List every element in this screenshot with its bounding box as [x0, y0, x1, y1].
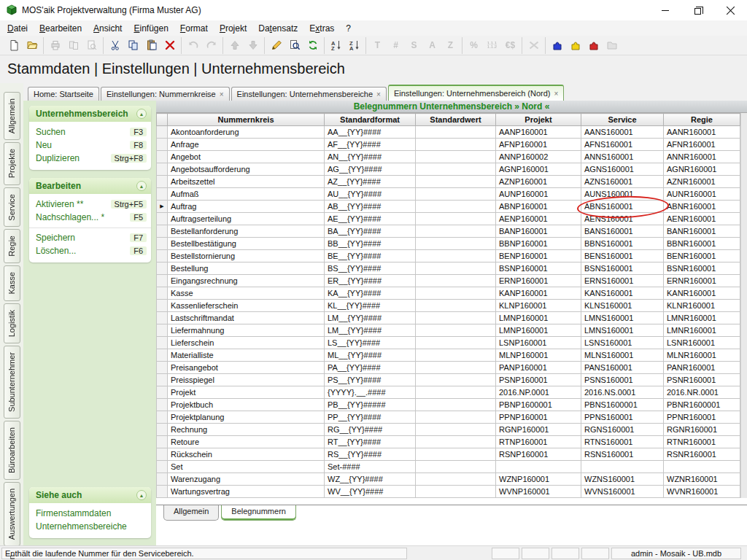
- cell-standardformat[interactable]: BE__{YY}####: [325, 250, 416, 262]
- cell-regie[interactable]: BANR160001: [664, 225, 740, 238]
- column-header[interactable]: Standardwert: [416, 114, 496, 126]
- row-selector[interactable]: [157, 225, 168, 238]
- cell-regie[interactable]: LMNR160001: [664, 312, 740, 324]
- cell-service[interactable]: BANS160001: [581, 225, 664, 238]
- menu-item[interactable]: Ansicht: [88, 22, 128, 35]
- module-tab[interactable]: Projekte: [4, 142, 20, 184]
- cell-regie[interactable]: PANR160001: [664, 362, 740, 374]
- sidebar-action[interactable]: Löschen... F6: [29, 244, 151, 257]
- cell-nummernkreis[interactable]: Lieferschein: [168, 337, 325, 349]
- table-row[interactable]: Bestellstornierung BE__{YY}#### BENP1600…: [157, 250, 740, 262]
- cell-nummernkreis[interactable]: Rechnung: [168, 424, 325, 436]
- cell-standardwert[interactable]: [416, 349, 496, 362]
- cell-regie[interactable]: AUNR160001: [664, 188, 740, 201]
- menu-item[interactable]: Datensatz: [252, 22, 303, 35]
- cell-service[interactable]: PSNS160001: [581, 374, 664, 386]
- cell-service[interactable]: AANS160001: [581, 126, 664, 139]
- cell-nummernkreis[interactable]: Lastschriftmandat: [168, 312, 325, 324]
- cell-projekt[interactable]: AENP160001: [496, 213, 581, 225]
- cell-nummernkreis[interactable]: Akontoanforderung: [168, 126, 325, 139]
- cell-projekt[interactable]: RTNP160001: [496, 436, 581, 448]
- table-row[interactable]: Projektplanung PP__{YY}#### PPNP160001 P…: [157, 411, 740, 424]
- cell-standardwert[interactable]: [416, 176, 496, 188]
- cell-standardwert[interactable]: [416, 213, 496, 225]
- cell-regie[interactable]: ERNR160001: [664, 275, 740, 287]
- cell-service[interactable]: PANS160001: [581, 362, 664, 374]
- module-tab[interactable]: Kasse: [4, 265, 20, 301]
- table-row[interactable]: Lieferschein LS__{YY}#### LSNP160001 LSN…: [157, 337, 740, 349]
- cell-standardformat[interactable]: LM__{YY}####: [325, 324, 416, 337]
- module-tab[interactable]: Service: [4, 187, 20, 228]
- cell-standardformat[interactable]: KA__{YY}####: [325, 287, 416, 300]
- cell-nummernkreis[interactable]: Anfrage: [168, 139, 325, 151]
- print-preview-button[interactable]: [82, 37, 101, 54]
- cell-projekt[interactable]: PBNP1600001: [496, 399, 581, 411]
- collapse-panel-icon[interactable]: ▲: [136, 181, 147, 191]
- cell-standardwert[interactable]: [416, 163, 496, 176]
- table-row[interactable]: Bestellanforderung BA__{YY}#### BANP1600…: [157, 225, 740, 238]
- cell-projekt[interactable]: WZNP160001: [496, 473, 581, 486]
- cell-standardwert[interactable]: [416, 461, 496, 473]
- document-tab[interactable]: Einstellungen: Unternehmensbereiche ×: [231, 87, 387, 101]
- new-button[interactable]: [4, 37, 23, 54]
- cell-standardformat[interactable]: AE__{YY}####: [325, 213, 416, 225]
- cell-regie[interactable]: AGNR160001: [664, 163, 740, 176]
- sort-ascending-button[interactable]: AZ: [327, 37, 345, 54]
- move-down-button[interactable]: [244, 37, 262, 54]
- row-selector[interactable]: [157, 411, 168, 424]
- cell-standardformat[interactable]: RG__{YY}####: [325, 424, 416, 436]
- cell-regie[interactable]: LMNR160001: [664, 324, 740, 337]
- document-tab[interactable]: Einstellungen: Nummernkreise ×: [101, 87, 230, 101]
- cell-regie[interactable]: PPNR160001: [664, 411, 740, 424]
- cell-standardwert[interactable]: [416, 312, 496, 324]
- cell-standardformat[interactable]: BS__{YY}####: [325, 262, 416, 275]
- cell-nummernkreis[interactable]: Bestellung: [168, 262, 325, 275]
- table-row[interactable]: Kasse KA__{YY}#### KANP160001 KANS160001…: [157, 287, 740, 300]
- format-s-button[interactable]: S: [405, 37, 423, 54]
- cell-standardwert[interactable]: [416, 126, 496, 139]
- cell-projekt[interactable]: BENP160001: [496, 250, 581, 262]
- cell-projekt[interactable]: LMNP160001: [496, 324, 581, 337]
- cell-standardformat[interactable]: AZ__{YY}####: [325, 176, 416, 188]
- table-row[interactable]: Retoure RT__{YY}#### RTNP160001 RTNS1600…: [157, 436, 740, 448]
- cell-nummernkreis[interactable]: Angebot: [168, 151, 325, 163]
- cell-regie[interactable]: 2016.NR.0001: [664, 386, 740, 399]
- cell-projekt[interactable]: KANP160001: [496, 287, 581, 300]
- table-row[interactable]: Bestellbestätigung BB__{YY}#### BBNP1600…: [157, 238, 740, 250]
- cell-standardwert[interactable]: [416, 399, 496, 411]
- row-selector[interactable]: [157, 461, 168, 473]
- cell-standardwert[interactable]: [416, 362, 496, 374]
- column-header[interactable]: Service: [581, 114, 664, 126]
- cell-projekt[interactable]: ANNP160002: [496, 151, 581, 163]
- cell-service[interactable]: BBNS160001: [581, 238, 664, 250]
- row-selector[interactable]: [157, 399, 168, 411]
- cell-service[interactable]: AENS160001: [581, 213, 664, 225]
- cell-standardformat[interactable]: WV__{YY}####: [325, 486, 416, 498]
- cell-projekt[interactable]: RSNP160001: [496, 448, 581, 461]
- panel-header[interactable]: Bearbeiten ▲: [29, 178, 151, 194]
- sidebar-action[interactable]: Neu F8: [29, 139, 151, 152]
- cell-standardwert[interactable]: [416, 300, 496, 312]
- cell-service[interactable]: ERNS160001: [581, 275, 664, 287]
- cell-projekt[interactable]: [496, 461, 581, 473]
- cell-projekt[interactable]: PANP160001: [496, 362, 581, 374]
- cell-service[interactable]: 2016.NS.0001: [581, 386, 664, 399]
- cell-service[interactable]: AFNS160001: [581, 139, 664, 151]
- sidebar-action[interactable]: Suchen F3: [29, 125, 151, 139]
- table-row[interactable]: ▶ Auftrag AB__{YY}#### ABNP160001 ABNS16…: [157, 201, 740, 213]
- cell-projekt[interactable]: RGNP160001: [496, 424, 581, 436]
- sidebar-link[interactable]: Unternehmensbereiche: [29, 520, 151, 533]
- cell-nummernkreis[interactable]: Wartungsvertrag: [168, 486, 325, 498]
- cell-regie[interactable]: BENR160001: [664, 250, 740, 262]
- close-tab-icon[interactable]: ×: [220, 90, 224, 98]
- row-selector[interactable]: [157, 300, 168, 312]
- document-tab[interactable]: Einstellungen: Unternehmensbereich (Nord…: [388, 85, 564, 101]
- cell-projekt[interactable]: ABNP160001: [496, 201, 581, 213]
- cell-regie[interactable]: ABNR160001: [664, 201, 740, 213]
- table-row[interactable]: Lastschriftmandat LM__{YY}#### LMNP16000…: [157, 312, 740, 324]
- cell-service[interactable]: [581, 461, 664, 473]
- table-row[interactable]: Auftragserteilung AE__{YY}#### AENP16000…: [157, 213, 740, 225]
- minimize-button[interactable]: [649, 0, 681, 20]
- menu-item[interactable]: Datei: [1, 22, 34, 35]
- cell-standardformat[interactable]: {YYYY}.__.####: [325, 386, 416, 399]
